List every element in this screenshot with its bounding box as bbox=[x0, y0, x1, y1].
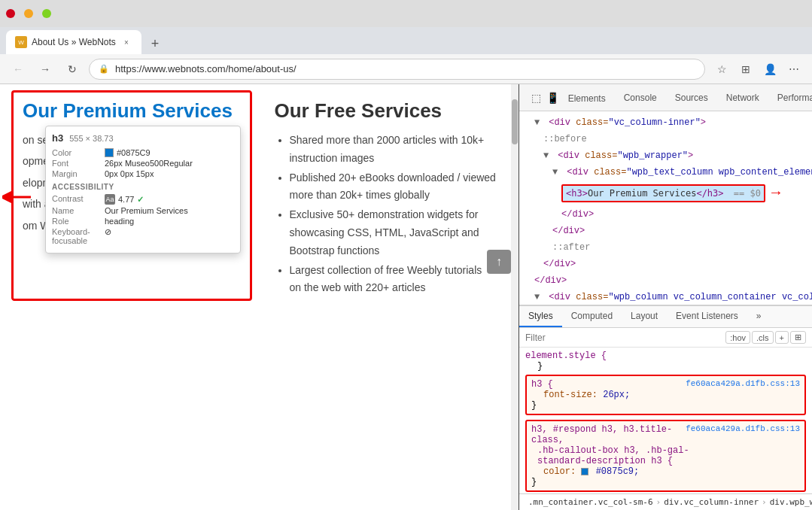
css-rule-element-style: element.style { } bbox=[525, 351, 806, 372]
free-services-list: Shared more than 2000 articles with 10k+… bbox=[275, 132, 497, 297]
bullet-item-2: Published 20+ eBooks downloaded / viewed… bbox=[290, 169, 497, 205]
check-icon: ✓ bbox=[137, 195, 144, 205]
css-filter-input[interactable] bbox=[525, 332, 721, 343]
tooltip-contrast-label: Contrast bbox=[52, 194, 105, 203]
tooltip-element-tag: h3 bbox=[52, 132, 63, 144]
window-controls bbox=[6, 9, 51, 18]
devtools-body: ▼ <div class="vc_column-inner"> ::before… bbox=[519, 111, 812, 510]
dom-line-6: </div> bbox=[519, 223, 812, 239]
tab-favicon: W bbox=[15, 36, 27, 48]
new-tab-button[interactable]: + bbox=[144, 33, 166, 54]
back-button[interactable]: ← bbox=[8, 59, 29, 80]
dom-line-1: ▼ <div class="vc_column-inner"> bbox=[519, 114, 812, 131]
collections-button[interactable]: ⊞ bbox=[735, 59, 756, 80]
dom-equals-sign: == $0 bbox=[734, 188, 761, 199]
address-bar[interactable]: 🔒 https://www.webnots.com/home/about-us/ bbox=[89, 59, 705, 80]
css-tab-computed[interactable]: Computed bbox=[562, 306, 622, 327]
dom-arrow-right-icon: → bbox=[771, 182, 780, 205]
css-cls-button[interactable]: .cls bbox=[752, 331, 774, 344]
url-text: https://www.webnots.com/home/about-us/ bbox=[115, 63, 695, 74]
tooltip-margin-label: Margin bbox=[52, 169, 105, 178]
devtools-left-inspect-icon[interactable]: ⬚ bbox=[531, 92, 541, 104]
css-toggle-button[interactable]: ⊞ bbox=[790, 331, 806, 344]
dom-collapse-arrow-2[interactable]: ▼ bbox=[543, 149, 552, 162]
css-h3-props: font-size: 26px; bbox=[531, 390, 630, 400]
dom-h3-element[interactable]: <h3>Our Premium Services</h3> == $0 bbox=[561, 184, 765, 202]
css-file-ref-1[interactable]: fe60aca429a.d1fb.css:13 bbox=[686, 379, 800, 388]
tab-performance[interactable]: Performance bbox=[768, 87, 812, 109]
dom-line-3: ▼ <div class="wpb_wrapper"> bbox=[519, 147, 812, 164]
css-color-swatch-inline bbox=[581, 468, 588, 475]
dom-line-8: </div> bbox=[519, 256, 812, 272]
free-services-heading: Our Free Services bbox=[275, 99, 497, 123]
css-tab-event-listeners[interactable]: Event Listeners bbox=[667, 306, 747, 327]
css-h3-complex-selector-2: .hb-callout-box h3, .hb-gal- bbox=[531, 445, 689, 456]
tooltip-font-label: Font bbox=[52, 159, 105, 168]
tab-bar: W About Us » WebNots × + bbox=[0, 27, 812, 54]
css-tab-styles[interactable]: Styles bbox=[519, 306, 562, 327]
dom-line-2: ::before bbox=[519, 131, 812, 147]
forward-button[interactable]: → bbox=[35, 59, 56, 80]
dom-attr-class: class= bbox=[576, 117, 608, 128]
tooltip-margin-value: 0px 0px 15px bbox=[105, 169, 154, 178]
navigation-bar: ← → ↻ 🔒 https://www.webnots.com/home/abo… bbox=[0, 54, 812, 84]
css-element-style-selector: element.style { bbox=[525, 351, 607, 361]
css-h3-selector: h3 { bbox=[531, 379, 553, 390]
tab-close-button[interactable]: × bbox=[120, 36, 132, 48]
dom-collapse-arrow[interactable]: ▼ bbox=[534, 116, 543, 129]
window-maximize[interactable] bbox=[42, 9, 51, 18]
devtools-panel: ⬚ 📱 Elements Console Sources Network Per… bbox=[519, 84, 812, 510]
devtools-left-device-icon[interactable]: 📱 bbox=[546, 92, 559, 104]
dom-line-10: ▼ <div class="wpb_column vc_column_conta… bbox=[519, 289, 812, 305]
favorites-button[interactable]: ☆ bbox=[711, 59, 732, 80]
css-element-style-close: } bbox=[525, 361, 543, 372]
tooltip-role-row: Role heading bbox=[52, 217, 234, 226]
scroll-to-top-button[interactable]: ↑ bbox=[487, 250, 511, 274]
breadcrumb-bar: .mn_container.vc_col-sm-6 › div.vc_colum… bbox=[519, 493, 812, 510]
breadcrumb-wpb-wrapper[interactable]: div.wpb_wrapper bbox=[767, 496, 812, 508]
reload-button[interactable]: ↻ bbox=[62, 59, 83, 80]
breadcrumb-vc-column-inner[interactable]: div.vc_column-inner bbox=[661, 496, 762, 508]
tooltip-contrast-value: Aa 4.77 ✓ bbox=[105, 194, 144, 205]
dom-pseudo: ::before bbox=[543, 134, 587, 144]
tooltip-font-row: Font 26px Museo500Regular bbox=[52, 159, 234, 168]
tab-console[interactable]: Console bbox=[615, 87, 666, 109]
css-add-button[interactable]: + bbox=[775, 331, 789, 344]
security-lock-icon: 🔒 bbox=[99, 64, 109, 74]
css-file-ref-2[interactable]: fe60aca429a.d1fb.css:13 bbox=[686, 424, 800, 433]
tab-network[interactable]: Network bbox=[717, 87, 768, 109]
css-rule-h3-highlighted: fe60aca429a.d1fb.css:13 h3 { font-size: … bbox=[525, 375, 806, 415]
tooltip-keyboard-value: ⊘ bbox=[105, 227, 111, 237]
dom-collapse-last[interactable]: ▼ bbox=[534, 290, 543, 304]
tooltip-color-label: Color bbox=[52, 148, 105, 157]
css-panel-tabs: Styles Computed Layout Event Listeners » bbox=[519, 306, 812, 328]
css-tab-more[interactable]: » bbox=[747, 306, 771, 327]
dom-line-h3[interactable]: <h3>Our Premium Services</h3> == $0 → bbox=[519, 181, 812, 206]
active-tab[interactable]: W About Us » WebNots × bbox=[6, 30, 141, 54]
tooltip-name-value: Our Premium Services bbox=[105, 206, 188, 215]
tab-sources[interactable]: Sources bbox=[666, 87, 717, 109]
css-hov-button[interactable]: :hov bbox=[725, 331, 750, 344]
dom-tag-div: <div bbox=[549, 117, 576, 128]
dom-tree: ▼ <div class="vc_column-inner"> ::before… bbox=[519, 111, 812, 305]
nav-tools: ☆ ⊞ 👤 ⋯ bbox=[711, 59, 804, 80]
dom-line-4: ▼ <div class="wpb_text_column wpb_conten… bbox=[519, 164, 812, 181]
breadcrumb-mn-container[interactable]: .mn_container.vc_col-sm-6 bbox=[525, 496, 656, 508]
webpage-scrollbar[interactable] bbox=[511, 84, 519, 510]
window-minimize[interactable] bbox=[24, 9, 33, 18]
css-h3-close: } bbox=[531, 400, 537, 411]
tooltip-role-value: heading bbox=[105, 217, 134, 226]
extensions-button[interactable]: ⋯ bbox=[783, 59, 804, 80]
dom-line-7: ::after bbox=[519, 239, 812, 256]
profile-button[interactable]: 👤 bbox=[759, 59, 780, 80]
css-tab-layout[interactable]: Layout bbox=[622, 306, 667, 327]
browser-window: W About Us » WebNots × + ← → ↻ 🔒 https:/… bbox=[0, 0, 812, 510]
devtools-tabs: ⬚ 📱 Elements Console Sources Network Per… bbox=[519, 84, 812, 111]
tab-elements[interactable]: ⬚ 📱 Elements bbox=[522, 86, 615, 110]
window-close[interactable] bbox=[6, 9, 15, 18]
tooltip-color-value: #0875C9 bbox=[105, 148, 151, 157]
element-tooltip: h3 555 × 38.73 Color #0875C9 Font 26px M… bbox=[45, 126, 241, 253]
dom-collapse-arrow-3[interactable]: ▼ bbox=[552, 165, 561, 179]
webpage-scroll-thumb[interactable] bbox=[512, 99, 518, 144]
css-rules-panel: element.style { } fe60aca429a.d1fb.css:1… bbox=[519, 348, 812, 493]
